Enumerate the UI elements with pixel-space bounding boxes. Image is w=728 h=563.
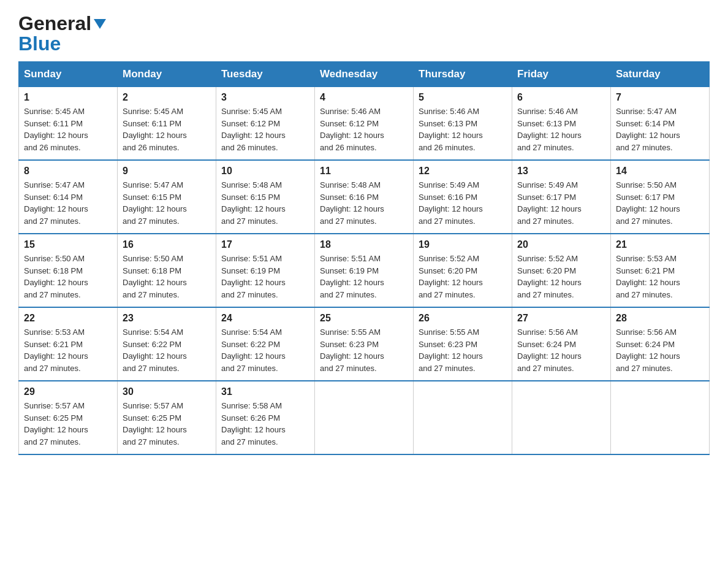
day-info: Sunrise: 5:49 AMSunset: 6:17 PMDaylight:… <box>517 179 605 227</box>
calendar-cell <box>611 381 710 454</box>
day-info: Sunrise: 5:50 AMSunset: 6:18 PMDaylight:… <box>24 253 112 301</box>
calendar-cell: 11 Sunrise: 5:48 AMSunset: 6:16 PMDaylig… <box>315 160 414 234</box>
day-number: 21 <box>616 239 704 250</box>
calendar-cell: 14 Sunrise: 5:50 AMSunset: 6:17 PMDaylig… <box>611 160 710 234</box>
day-info: Sunrise: 5:48 AMSunset: 6:15 PMDaylight:… <box>221 179 309 227</box>
calendar-cell: 3 Sunrise: 5:45 AMSunset: 6:12 PMDayligh… <box>216 87 315 161</box>
day-info: Sunrise: 5:53 AMSunset: 6:21 PMDaylight:… <box>616 253 704 301</box>
calendar-cell: 29 Sunrise: 5:57 AMSunset: 6:25 PMDaylig… <box>19 381 118 454</box>
calendar-cell: 21 Sunrise: 5:53 AMSunset: 6:21 PMDaylig… <box>611 234 710 307</box>
calendar-cell: 2 Sunrise: 5:45 AMSunset: 6:11 PMDayligh… <box>118 87 216 161</box>
day-number: 31 <box>221 386 309 397</box>
calendar-cell: 5 Sunrise: 5:46 AMSunset: 6:13 PMDayligh… <box>414 87 512 161</box>
calendar-cell: 28 Sunrise: 5:56 AMSunset: 6:24 PMDaylig… <box>611 307 710 381</box>
calendar-cell: 4 Sunrise: 5:46 AMSunset: 6:12 PMDayligh… <box>315 87 414 161</box>
day-info: Sunrise: 5:53 AMSunset: 6:21 PMDaylight:… <box>24 326 112 374</box>
calendar-cell: 10 Sunrise: 5:48 AMSunset: 6:15 PMDaylig… <box>216 160 315 234</box>
day-number: 18 <box>320 239 408 250</box>
day-number: 14 <box>616 166 704 177</box>
day-info: Sunrise: 5:46 AMSunset: 6:13 PMDaylight:… <box>517 105 605 153</box>
day-info: Sunrise: 5:52 AMSunset: 6:20 PMDaylight:… <box>419 253 507 301</box>
calendar-cell: 15 Sunrise: 5:50 AMSunset: 6:18 PMDaylig… <box>19 234 118 307</box>
day-info: Sunrise: 5:51 AMSunset: 6:19 PMDaylight:… <box>320 253 408 301</box>
col-header-thursday: Thursday <box>414 62 512 87</box>
calendar-cell: 26 Sunrise: 5:55 AMSunset: 6:23 PMDaylig… <box>414 307 512 381</box>
day-info: Sunrise: 5:51 AMSunset: 6:19 PMDaylight:… <box>221 253 309 301</box>
calendar-week-row: 15 Sunrise: 5:50 AMSunset: 6:18 PMDaylig… <box>19 234 710 307</box>
day-number: 9 <box>123 166 211 177</box>
day-number: 3 <box>221 92 309 103</box>
day-number: 30 <box>123 386 211 397</box>
day-number: 28 <box>616 313 704 324</box>
page-header: General Blue <box>18 12 710 55</box>
col-header-tuesday: Tuesday <box>216 62 315 87</box>
day-info: Sunrise: 5:58 AMSunset: 6:26 PMDaylight:… <box>221 400 309 448</box>
col-header-wednesday: Wednesday <box>315 62 414 87</box>
calendar-cell: 18 Sunrise: 5:51 AMSunset: 6:19 PMDaylig… <box>315 234 414 307</box>
day-info: Sunrise: 5:47 AMSunset: 6:14 PMDaylight:… <box>24 179 112 227</box>
calendar-header-row: SundayMondayTuesdayWednesdayThursdayFrid… <box>19 62 710 87</box>
calendar-cell: 13 Sunrise: 5:49 AMSunset: 6:17 PMDaylig… <box>512 160 611 234</box>
day-info: Sunrise: 5:46 AMSunset: 6:13 PMDaylight:… <box>419 105 507 153</box>
day-number: 22 <box>24 313 112 324</box>
day-number: 19 <box>419 239 507 250</box>
calendar-week-row: 8 Sunrise: 5:47 AMSunset: 6:14 PMDayligh… <box>19 160 710 234</box>
day-number: 6 <box>517 92 605 103</box>
day-info: Sunrise: 5:52 AMSunset: 6:20 PMDaylight:… <box>517 253 605 301</box>
day-info: Sunrise: 5:50 AMSunset: 6:18 PMDaylight:… <box>123 253 211 301</box>
day-info: Sunrise: 5:55 AMSunset: 6:23 PMDaylight:… <box>419 326 507 374</box>
col-header-sunday: Sunday <box>19 62 118 87</box>
calendar-cell: 8 Sunrise: 5:47 AMSunset: 6:14 PMDayligh… <box>19 160 118 234</box>
calendar-cell: 25 Sunrise: 5:55 AMSunset: 6:23 PMDaylig… <box>315 307 414 381</box>
calendar-cell: 27 Sunrise: 5:56 AMSunset: 6:24 PMDaylig… <box>512 307 611 381</box>
calendar-cell: 12 Sunrise: 5:49 AMSunset: 6:16 PMDaylig… <box>414 160 512 234</box>
calendar-cell: 6 Sunrise: 5:46 AMSunset: 6:13 PMDayligh… <box>512 87 611 161</box>
day-number: 16 <box>123 239 211 250</box>
col-header-friday: Friday <box>512 62 611 87</box>
calendar-cell <box>414 381 512 454</box>
calendar-cell: 24 Sunrise: 5:54 AMSunset: 6:22 PMDaylig… <box>216 307 315 381</box>
day-info: Sunrise: 5:57 AMSunset: 6:25 PMDaylight:… <box>123 400 211 448</box>
day-info: Sunrise: 5:47 AMSunset: 6:14 PMDaylight:… <box>616 105 704 153</box>
calendar-cell: 16 Sunrise: 5:50 AMSunset: 6:18 PMDaylig… <box>118 234 216 307</box>
day-number: 4 <box>320 92 408 103</box>
day-info: Sunrise: 5:48 AMSunset: 6:16 PMDaylight:… <box>320 179 408 227</box>
day-number: 29 <box>24 386 112 397</box>
day-info: Sunrise: 5:45 AMSunset: 6:11 PMDaylight:… <box>123 105 211 153</box>
day-number: 12 <box>419 166 507 177</box>
calendar-week-row: 29 Sunrise: 5:57 AMSunset: 6:25 PMDaylig… <box>19 381 710 454</box>
calendar-cell <box>512 381 611 454</box>
day-info: Sunrise: 5:55 AMSunset: 6:23 PMDaylight:… <box>320 326 408 374</box>
day-number: 1 <box>24 92 112 103</box>
day-number: 24 <box>221 313 309 324</box>
day-number: 7 <box>616 92 704 103</box>
day-info: Sunrise: 5:57 AMSunset: 6:25 PMDaylight:… <box>24 400 112 448</box>
day-number: 20 <box>517 239 605 250</box>
logo-triangle-icon <box>94 19 106 29</box>
day-number: 15 <box>24 239 112 250</box>
day-info: Sunrise: 5:56 AMSunset: 6:24 PMDaylight:… <box>517 326 605 374</box>
calendar-cell <box>315 381 414 454</box>
calendar-cell: 17 Sunrise: 5:51 AMSunset: 6:19 PMDaylig… <box>216 234 315 307</box>
day-info: Sunrise: 5:45 AMSunset: 6:11 PMDaylight:… <box>24 105 112 153</box>
day-number: 25 <box>320 313 408 324</box>
calendar-cell: 19 Sunrise: 5:52 AMSunset: 6:20 PMDaylig… <box>414 234 512 307</box>
day-number: 27 <box>517 313 605 324</box>
calendar-cell: 31 Sunrise: 5:58 AMSunset: 6:26 PMDaylig… <box>216 381 315 454</box>
logo-blue-label: Blue <box>18 33 61 55</box>
day-info: Sunrise: 5:49 AMSunset: 6:16 PMDaylight:… <box>419 179 507 227</box>
calendar-cell: 23 Sunrise: 5:54 AMSunset: 6:22 PMDaylig… <box>118 307 216 381</box>
col-header-monday: Monday <box>118 62 216 87</box>
day-number: 10 <box>221 166 309 177</box>
day-info: Sunrise: 5:45 AMSunset: 6:12 PMDaylight:… <box>221 105 309 153</box>
day-number: 26 <box>419 313 507 324</box>
day-number: 8 <box>24 166 112 177</box>
calendar-week-row: 1 Sunrise: 5:45 AMSunset: 6:11 PMDayligh… <box>19 87 710 161</box>
logo-general-label: General <box>18 12 91 34</box>
calendar-cell: 9 Sunrise: 5:47 AMSunset: 6:15 PMDayligh… <box>118 160 216 234</box>
day-number: 5 <box>419 92 507 103</box>
day-number: 13 <box>517 166 605 177</box>
day-number: 2 <box>123 92 211 103</box>
day-info: Sunrise: 5:46 AMSunset: 6:12 PMDaylight:… <box>320 105 408 153</box>
calendar-cell: 1 Sunrise: 5:45 AMSunset: 6:11 PMDayligh… <box>19 87 118 161</box>
